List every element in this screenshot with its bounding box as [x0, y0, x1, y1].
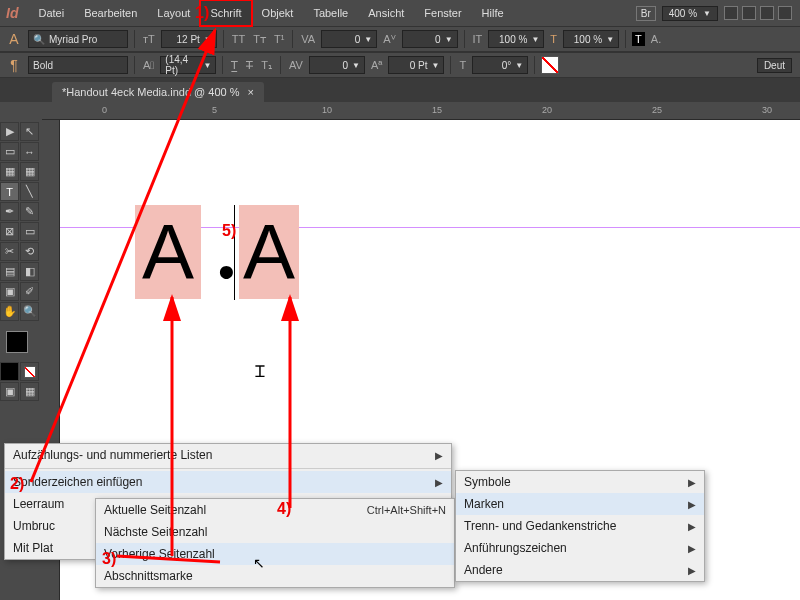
view-mode-buttons: [724, 6, 792, 20]
app-logo: Id: [2, 5, 28, 21]
free-transform-tool[interactable]: ⟲: [20, 242, 39, 261]
leading-field[interactable]: (14,4 Pt)▼: [160, 56, 216, 74]
textcolor-icon[interactable]: T: [548, 33, 559, 45]
document-tab-title: *Handout 4eck Media.indd @ 400 %: [62, 86, 240, 98]
gradient-tool[interactable]: ▤: [0, 262, 19, 281]
submenu-special-categories: Symbole▶ Marken▶ Trenn- und Gedankenstri…: [455, 470, 705, 582]
close-icon[interactable]: ×: [248, 86, 254, 98]
menu-insert-special[interactable]: Sonderzeichen einfügen▶: [5, 471, 451, 493]
annotation-1: 1): [195, 4, 209, 22]
menu-list-bullets[interactable]: Aufzählungs- und nummerierte Listen▶: [5, 444, 451, 466]
pencil-tool[interactable]: ✎: [20, 202, 39, 221]
zoom-tool[interactable]: 🔍: [20, 302, 39, 321]
character-mode-icon[interactable]: A: [4, 30, 24, 48]
chevron-right-icon: ▶: [688, 521, 696, 532]
master-letter-a-2: A: [239, 205, 299, 299]
menu-other[interactable]: Andere▶: [456, 559, 704, 581]
content-placer-tool[interactable]: ▦: [20, 162, 39, 181]
font-size-field[interactable]: 12 Pt▼: [161, 30, 217, 48]
hscale-icon: IT: [471, 33, 485, 45]
menu-tabelle[interactable]: Tabelle: [303, 0, 358, 26]
hand-tool[interactable]: ✋: [0, 302, 19, 321]
font-family-field[interactable]: 🔍Myriad Pro: [28, 30, 128, 48]
language-field[interactable]: Deut: [757, 58, 792, 73]
menu-next-pagenum[interactable]: Nächste Seitenzahl: [96, 521, 454, 543]
chevron-right-icon: ▶: [688, 565, 696, 576]
rectangle-tool[interactable]: ▭: [20, 222, 39, 241]
fill-swatch[interactable]: [6, 331, 28, 353]
search-icon[interactable]: [760, 6, 774, 20]
tracking-icon: Aⱽ: [381, 33, 397, 46]
fill-text-icon[interactable]: T: [632, 32, 645, 46]
apply-color-icon[interactable]: [0, 362, 19, 381]
chevron-down-icon: ▼: [703, 9, 711, 18]
document-tab[interactable]: *Handout 4eck Media.indd @ 400 % ×: [52, 82, 264, 102]
font-size-icon: тT: [141, 33, 157, 45]
tracking2-field[interactable]: 0▼: [309, 56, 365, 74]
leading-icon: Aͣ: [141, 59, 156, 71]
baseline-field[interactable]: 0 Pt▼: [388, 56, 444, 74]
paragraph-mode-icon[interactable]: ¶: [4, 56, 24, 74]
strike-icon[interactable]: T̶: [244, 59, 255, 72]
superscript-icon[interactable]: T¹: [272, 33, 286, 45]
subscript-icon[interactable]: T₁: [259, 59, 274, 72]
menu-objekt[interactable]: Objekt: [252, 0, 304, 26]
menu-hilfe[interactable]: Hilfe: [472, 0, 514, 26]
gap-tool[interactable]: ↔: [20, 142, 39, 161]
vscale-field[interactable]: 100 %▼: [563, 30, 619, 48]
workspace-icon[interactable]: [778, 6, 792, 20]
menu-symbols[interactable]: Symbole▶: [456, 471, 704, 493]
selection-tool[interactable]: ▶: [0, 122, 19, 141]
gradient-feather-tool[interactable]: ◧: [20, 262, 39, 281]
menu-datei[interactable]: Datei: [28, 0, 74, 26]
menu-prev-pagenum[interactable]: Vorherige Seitenzahl: [96, 543, 454, 565]
no-stroke-icon[interactable]: [541, 56, 559, 74]
bridge-button[interactable]: Br: [636, 6, 656, 21]
allcaps-icon[interactable]: TT: [230, 33, 247, 45]
type-tool[interactable]: T: [0, 182, 19, 201]
page-tool[interactable]: ▭: [0, 142, 19, 161]
kerning-field[interactable]: 0▼: [321, 30, 377, 48]
note-tool[interactable]: ▣: [0, 282, 19, 301]
hscale-field[interactable]: 100 %▼: [488, 30, 544, 48]
chevron-right-icon: ▶: [435, 450, 443, 461]
submenu-markers: Aktuelle SeitenzahlCtrl+Alt+Shift+N Näch…: [95, 498, 455, 588]
view-mode-icon[interactable]: [742, 6, 756, 20]
pen-tool[interactable]: ✒: [0, 202, 19, 221]
annotation-2: 2): [10, 475, 24, 493]
stroke-text-icon[interactable]: A.: [649, 33, 663, 45]
rectangle-frame-tool[interactable]: ⊠: [0, 222, 19, 241]
normal-view-icon[interactable]: ▣: [0, 382, 19, 401]
menu-current-pagenum[interactable]: Aktuelle SeitenzahlCtrl+Alt+Shift+N: [96, 499, 454, 521]
direct-selection-tool[interactable]: ↖: [20, 122, 39, 141]
annotation-4: 4): [277, 500, 291, 518]
tsume-field[interactable]: 0▼: [402, 30, 458, 48]
type-cursor-icon: Ꮖ: [255, 363, 266, 381]
main-menubar: Id Datei Bearbeiten Layout Schrift Objek…: [0, 0, 800, 26]
menu-fenster[interactable]: Fenster: [414, 0, 471, 26]
menu-section-marker[interactable]: Abschnittsmarke: [96, 565, 454, 587]
view-mode-icon[interactable]: [724, 6, 738, 20]
scissors-tool[interactable]: ✂: [0, 242, 19, 261]
mouse-pointer-icon: ↖: [253, 555, 265, 571]
menu-quotes[interactable]: Anführungszeichen▶: [456, 537, 704, 559]
line-tool[interactable]: ╲: [20, 182, 39, 201]
menu-layout[interactable]: Layout: [147, 0, 200, 26]
character-control-row-1: A 🔍Myriad Pro тT 12 Pt▼ TT Tᴛ T¹ VA 0▼ A…: [0, 26, 800, 52]
menu-ansicht[interactable]: Ansicht: [358, 0, 414, 26]
smallcaps-icon[interactable]: Tᴛ: [251, 33, 268, 46]
it-field[interactable]: 0°▼: [472, 56, 528, 74]
preview-view-icon[interactable]: ▦: [20, 382, 39, 401]
chevron-right-icon: ▶: [688, 499, 696, 510]
menu-markers[interactable]: Marken▶: [456, 493, 704, 515]
zoom-field[interactable]: 400 % ▼: [662, 6, 718, 21]
menu-dashes[interactable]: Trenn- und Gedankenstriche▶: [456, 515, 704, 537]
menu-bearbeiten[interactable]: Bearbeiten: [74, 0, 147, 26]
eyedropper-tool[interactable]: ✐: [20, 282, 39, 301]
underline-icon[interactable]: T̲: [229, 59, 240, 72]
font-weight-field[interactable]: Bold: [28, 56, 128, 74]
text-caret: [234, 205, 235, 300]
apply-none-icon[interactable]: [20, 362, 39, 381]
tracking2-icon: AV: [287, 59, 305, 71]
content-collector-tool[interactable]: ▦: [0, 162, 19, 181]
